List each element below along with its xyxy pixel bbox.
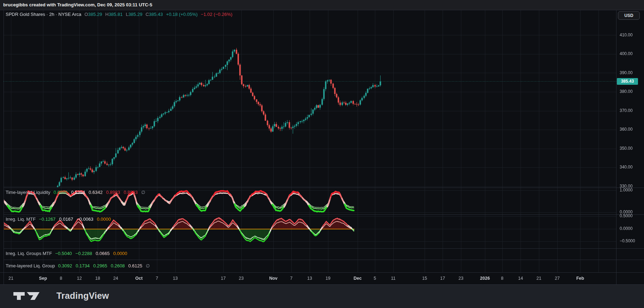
- price-tick-label: 1.0000: [620, 188, 633, 192]
- tradingview-logo-icon: [13, 291, 47, 301]
- time-tick-label: 24: [113, 276, 118, 281]
- time-tick-label: 14: [518, 276, 523, 281]
- price-tick-label: 400.00: [620, 51, 633, 56]
- ohlc-low: L385.29: [126, 12, 142, 17]
- change-value: +0.18 (+0.05%): [166, 12, 198, 17]
- time-tick-label: 8: [60, 276, 62, 281]
- price-tick-label: 0.0000: [620, 226, 633, 231]
- last-price-badge: 385.43: [617, 78, 638, 85]
- ohlc-open: O385.29: [85, 12, 102, 17]
- indicator-value: 0.5394: [71, 190, 85, 195]
- time-tick-label: 23: [458, 276, 463, 281]
- time-tick-label: 27: [555, 276, 560, 281]
- indicator-value: −0.0063: [77, 217, 93, 222]
- indicator-values: 0.00000.53940.63420.89830.8983∅: [54, 190, 145, 195]
- indicator-value: 0.0167: [59, 217, 73, 222]
- indicator-value: 0.6125: [128, 263, 142, 268]
- time-tick-label: 2026: [480, 276, 490, 281]
- time-tick-label: 21: [536, 276, 541, 281]
- price-tick-label: 340.00: [620, 165, 633, 170]
- price-tick-label: 390.00: [620, 70, 633, 75]
- indicator-legend-time-layered-liquidity: Time-layered Liquidity 0.00000.53940.634…: [6, 190, 145, 195]
- time-tick-label: Dec: [354, 276, 362, 281]
- price-tick-label: 360.00: [620, 127, 633, 132]
- indicator-value: −0.2288: [75, 251, 92, 256]
- indicator-title[interactable]: Irreg. Liq. MTF: [6, 217, 36, 222]
- indicator-value: 0.2608: [111, 263, 125, 268]
- time-tick-label: 13: [307, 276, 312, 281]
- tradingview-published-chart: brucegibbs created with TradingView.com,…: [0, 0, 644, 308]
- indicator-legend-irreg-liq-groups-mtf: Irreg. Liq. Groups MTF −0.5040−0.22880.0…: [6, 251, 127, 256]
- symbol-legend: SPDR Gold Shares · 2h · NYSE Arca O385.2…: [6, 12, 232, 17]
- watermark-text: brucegibbs created with TradingView.com,…: [3, 2, 152, 7]
- indicator-value: 0.2965: [93, 263, 107, 268]
- time-tick-label: 18: [95, 276, 100, 281]
- indicator-value: 0.8983: [106, 190, 120, 195]
- indicator-value: 0.0665: [96, 251, 110, 256]
- indicator-title[interactable]: Time-layered Liq. Group: [6, 263, 55, 268]
- currency-usd-button[interactable]: USD: [618, 11, 640, 20]
- indicator-value: 0.0000: [97, 217, 111, 222]
- indicator-value: 0.6342: [89, 190, 103, 195]
- tradingview-logo[interactable]: TradingView: [13, 291, 109, 301]
- indicator-title[interactable]: Irreg. Liq. Groups MTF: [6, 251, 52, 256]
- time-tick-label: 21: [8, 276, 13, 281]
- indicator-legend-irreg-liq-mtf: Irreg. Liq. MTF −0.12670.0167−0.00630.00…: [6, 217, 111, 222]
- time-tick-label: 17: [440, 276, 445, 281]
- indicator-value: −0.5040: [55, 251, 72, 256]
- symbol-title[interactable]: SPDR Gold Shares · 2h · NYSE Arca: [6, 12, 81, 17]
- ohlc-close: C385.43: [146, 12, 163, 17]
- indicator-value: 0.1734: [75, 263, 90, 268]
- indicator-values: −0.12670.0167−0.00630.0000: [39, 217, 111, 222]
- watermark-bar: brucegibbs created with TradingView.com,…: [0, 0, 644, 10]
- time-tick-label: 7: [156, 276, 158, 281]
- indicator-value: 0.8983: [124, 190, 138, 195]
- price-tick-label: 370.00: [620, 108, 633, 113]
- indicator-value: ∅: [141, 190, 145, 195]
- price-tick-label: 380.00: [620, 89, 633, 94]
- time-tick-label: 17: [221, 276, 226, 281]
- time-tick-label: 7: [290, 276, 293, 281]
- indicator-legend-time-layered-liq-group: Time-layered Liq. Group 0.30920.17340.29…: [6, 263, 150, 268]
- time-tick-label: Oct: [135, 276, 143, 281]
- time-tick-label: 13: [173, 276, 178, 281]
- indicator-value: ∅: [146, 263, 150, 268]
- time-tick-label: Feb: [576, 276, 584, 281]
- indicator-value: 0.0000: [113, 251, 127, 256]
- time-tick-label: Sep: [39, 276, 47, 281]
- time-tick-label: 11: [391, 276, 396, 281]
- tradingview-logo-text: TradingView: [56, 291, 109, 301]
- chart-canvas[interactable]: [0, 0, 644, 308]
- time-tick-label: 8: [501, 276, 504, 281]
- price-tick-label: 0.5000: [620, 213, 633, 218]
- indicator-values: 0.30920.17340.29650.26080.6125∅: [58, 263, 150, 268]
- change-value-2: −1.02 (−0.26%): [201, 12, 232, 17]
- indicator-values: −0.5040−0.22880.06650.0000: [55, 251, 127, 256]
- price-tick-label: 350.00: [620, 146, 633, 151]
- price-tick-label: −0.5000: [620, 238, 635, 243]
- indicator-value: 0.0000: [54, 190, 68, 195]
- time-tick-label: 19: [326, 276, 330, 281]
- indicator-title[interactable]: Time-layered Liquidity: [6, 190, 50, 195]
- ohlc-high: H385.81: [105, 12, 122, 17]
- time-tick-label: Nov: [269, 276, 278, 281]
- time-tick-label: 15: [422, 276, 427, 281]
- time-tick-label: 5: [374, 276, 376, 281]
- indicator-value: 0.3092: [58, 263, 72, 268]
- price-tick-label: 410.00: [620, 32, 633, 37]
- time-tick-label: 23: [239, 276, 244, 281]
- time-tick-label: 12: [77, 276, 82, 281]
- indicator-value: −0.1267: [39, 217, 55, 222]
